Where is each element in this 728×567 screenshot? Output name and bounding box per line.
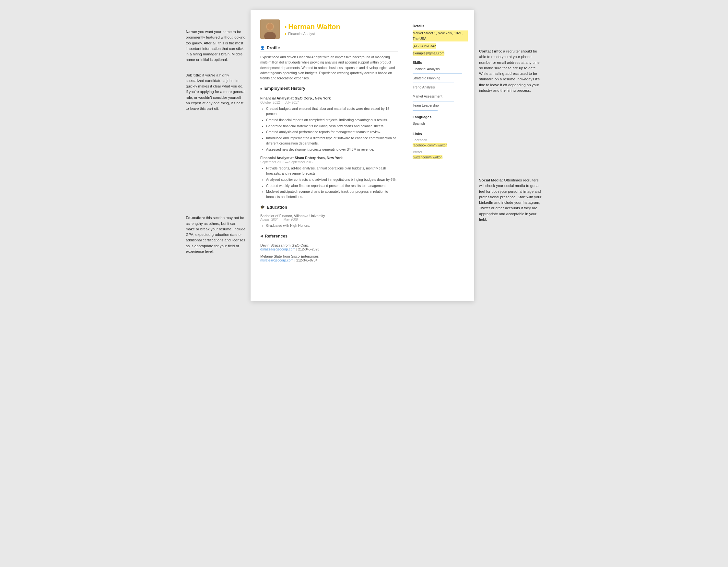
skill-4-name: Market Assessment [413,94,468,98]
job-1-dates: October 2012 — July 2017 [260,101,398,104]
job-2-title: Financial Analyst at Sisco Enterprises, … [260,156,398,160]
job-1: Financial Analyst at GEO Corp., New York… [260,96,398,152]
employment-icon: ■ [260,87,263,90]
ref-1-contact: dsrazza@geocorp.com | 212-345-2323 [260,247,398,251]
address: Market Street 1, New York, 1021, The USA [413,30,468,41]
candidate-title: Financial Analyst [285,32,340,36]
name-ann-text: you want your name to be prominently fea… [186,30,245,62]
job-1-bullet-3: Generated financial statements including… [266,124,398,129]
skill-1-name: Financial Analysis [413,67,468,71]
skill-2-name: Strategic Planning [413,76,468,80]
details-title: Details [413,24,468,28]
profile-text: Experienced and driven Financial Analyst… [260,54,398,81]
edu-degree: Bachelor of Finance, Villanova Universit… [260,214,398,218]
resume-card: Herman Walton Financial Analyst 👤 Profil… [251,10,474,301]
ref-1-phone: 212-345-2323 [298,247,319,251]
job-1-bullet-2: Created financial reports on completed p… [266,118,398,123]
job-1-bullets: Created budgets and ensured that labor a… [260,106,398,152]
languages-section: Languages Spanish [413,115,468,127]
jobtitle-annotation: Job title: if you're a highly specialize… [186,73,246,112]
skills-section: Skills Financial Analysis Strategic Plan… [413,61,468,111]
profile-section-title: 👤 Profile [260,45,398,52]
name-annotation: Name: you want your name to be prominent… [186,29,246,63]
name-ann-bold: Name: [186,30,197,34]
skill-3: Trend Analysis [413,85,468,92]
social-annotation: Social Media: Oftentimes recruiters will… [479,178,542,222]
education-ann-text: this section may not be as lengthy as ot… [186,216,245,254]
link-2-label: Twitter [413,150,468,154]
job-2-bullet-4: Modeled anticipated revenue charts to ac… [266,189,398,200]
link-1-label: Facebook [413,138,468,142]
ref-2-contact: mslate@geocorp.com | 212-345-8734 [260,258,398,262]
references-section: ◀ References Devin Strazza from GEO Corp… [260,234,398,262]
skills-title: Skills [413,61,468,65]
contact-ann-text: a recruiter should be able to reach you … [479,49,541,92]
left-annotations: Name: you want your name to be prominent… [186,10,251,301]
candidate-name: Herman Walton [285,23,340,31]
skill-1: Financial Analysis [413,67,468,74]
jobtitle-ann-bold: Job title: [186,73,201,77]
resume-header: Herman Walton Financial Analyst [260,19,398,39]
svg-point-3 [267,23,273,30]
skill-5: Team Leadership [413,103,468,111]
right-annotations: Contact info: a recruiter should be able… [474,10,542,301]
contact-ann-bold: Contact info: [479,49,502,53]
references-section-title: ◀ References [260,234,398,240]
education-icon: 🎓 [260,205,265,209]
languages-title: Languages [413,115,468,119]
link-1-url[interactable]: facebook.com/h.walton [413,143,447,147]
ref-2-email[interactable]: mslate@geocorp.com [260,258,293,262]
jobtitle-ann-text: if you're a highly specialized candidate… [186,73,245,111]
job-2-bullet-3: Created weekly labor finance reports and… [266,183,398,189]
references-icon: ◀ [260,234,263,238]
lang-1-bar [413,127,440,127]
email-highlight: example@gmail.com [413,50,468,56]
skill-3-bar [413,92,446,92]
job-2-bullets: Provide reports, ad-hoc analysis, annual… [260,166,398,200]
education-section-title: 🎓 Education [260,205,398,211]
job-1-bullet-5: Introduced and implemented a different t… [266,136,398,146]
education-ann-bold: Education: [186,216,205,220]
profile-section: 👤 Profile Experienced and driven Financi… [260,45,398,81]
ref-1-email[interactable]: dsrazza@geocorp.com [260,247,295,251]
lang-1-name: Spanish [413,122,468,125]
edu-bullets: Graduated with High Honors. [260,223,398,229]
skill-2: Strategic Planning [413,76,468,83]
skill-3-name: Trend Analysis [413,85,468,89]
outer-container: Name: you want your name to be prominent… [186,10,542,301]
social-ann-text: Oftentimes recruiters will check your so… [479,178,541,221]
resume-right-panel: Details Market Street 1, New York, 1021,… [406,10,474,301]
job-1-bullet-1: Created budgets and ensured that labor a… [266,106,398,117]
ref-1: Devin Strazza from GEO Corp. dsrazza@geo… [260,243,398,251]
link-2-url[interactable]: twitter.com/h.walton [413,155,442,159]
skill-5-bar [413,110,438,111]
links-title: Links [413,132,468,136]
ref-2-phone: 212-345-8734 [296,258,317,262]
header-text: Herman Walton Financial Analyst [285,23,340,36]
skill-2-bar [413,83,454,83]
avatar-svg [260,19,280,39]
job-1-bullet-4: Created analysis and performance reports… [266,130,398,135]
address-highlight: Market Street 1, New York, 1021, The USA [413,30,468,41]
job-1-bullet-6: Assessed new development projects genera… [266,147,398,152]
job-2-bullet-1: Provide reports, ad-hoc analysis, annual… [266,166,398,176]
phone-highlight: (412) 479-6342 [413,43,468,49]
job-2: Financial Analyst at Sisco Enterprises, … [260,156,398,200]
edu-note: Graduated with High Honors. [266,223,398,229]
contact-annotation: Contact info: a recruiter should be able… [479,49,542,93]
education-section: 🎓 Education Bachelor of Finance, Villano… [260,205,398,229]
links-section: Links Facebook facebook.com/h.walton Twi… [413,132,468,160]
link-2: Twitter twitter.com/h.walton [413,150,468,160]
job-2-dates: September 2008 — September 2012 [260,160,398,164]
social-ann-bold: Social Media: [479,178,503,182]
employment-section: ■ Employment History Financial Analyst a… [260,86,398,200]
details-section: Details Market Street 1, New York, 1021,… [413,24,468,56]
employment-section-title: ■ Employment History [260,86,398,92]
ref-1-name: Devin Strazza from GEO Corp. [260,243,398,247]
phone: (412) 479-6342 [413,43,436,49]
email: example@gmail.com [413,51,444,56]
resume-left-panel: Herman Walton Financial Analyst 👤 Profil… [251,10,406,301]
job-1-title: Financial Analyst at GEO Corp., New York [260,96,398,100]
avatar [260,19,280,39]
ref-2: Melanie Slate from Sisco Enterprises msl… [260,254,398,262]
